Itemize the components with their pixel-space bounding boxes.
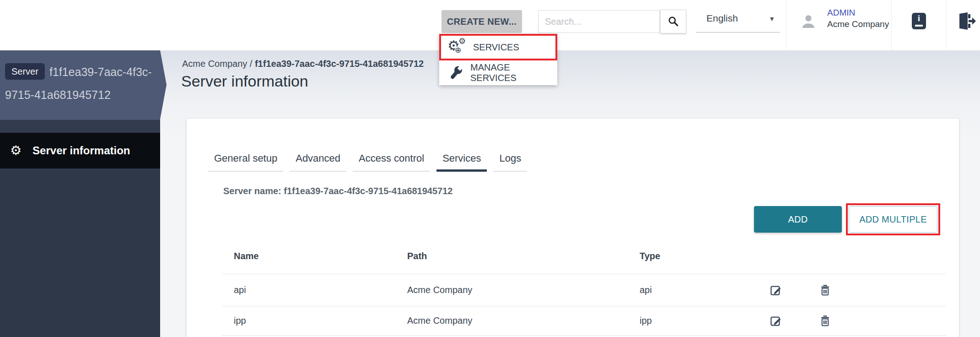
- sidebar-item-server-information[interactable]: ⚙ Server information: [0, 133, 160, 168]
- table-row: ipp Acme Company ipp: [222, 306, 946, 336]
- sidebar-item-label: Server information: [32, 144, 130, 157]
- main-content: Acme Company / f1f1ea39-7aac-4f3c-9715-4…: [160, 50, 980, 337]
- add-button[interactable]: ADD: [754, 206, 842, 233]
- server-name-label: Server name: f1f1ea39-7aac-4f3c-9715-41a…: [223, 186, 452, 196]
- edit-icon: [770, 315, 782, 327]
- delete-button[interactable]: [793, 284, 857, 296]
- delete-button[interactable]: [793, 315, 857, 327]
- page-title: Server information: [181, 72, 308, 90]
- wrench-icon: [445, 62, 467, 84]
- tab-advanced[interactable]: Advanced: [290, 152, 346, 172]
- search-input[interactable]: [538, 10, 660, 33]
- create-new-button[interactable]: CREATE NEW...: [442, 10, 522, 33]
- dropdown-item-label: MANAGE SERVICES: [470, 62, 557, 83]
- table-header-row: Name Path Type: [222, 238, 946, 274]
- tab-access-control[interactable]: Access control: [353, 152, 430, 172]
- language-selector[interactable]: English ▼: [696, 0, 780, 50]
- breadcrumb: Acme Company / f1f1ea39-7aac-4f3c-9715-4…: [182, 59, 424, 69]
- chevron-down-icon: ▼: [769, 15, 775, 22]
- sidebar-server-header: Serverf1f1ea39-7aac-4f3c-9715-41a6819457…: [0, 50, 167, 119]
- breadcrumb-current: f1f1ea39-7aac-4f3c-9715-41a681945712: [255, 59, 424, 69]
- breadcrumb-parent[interactable]: Acme Company: [182, 59, 247, 69]
- gear-icon: ⚙: [10, 144, 22, 157]
- info-manual-icon[interactable]: i: [912, 13, 926, 29]
- sidebar: Serverf1f1ea39-7aac-4f3c-9715-41a6819457…: [0, 50, 160, 337]
- cell-name: api: [222, 285, 395, 295]
- language-underline: [696, 32, 780, 33]
- breadcrumb-separator: /: [247, 59, 255, 69]
- tab-logs[interactable]: Logs: [493, 152, 527, 172]
- user-menu[interactable]: ADMIN Acme Company: [792, 0, 891, 50]
- add-multiple-button[interactable]: ADD MULTIPLE: [849, 206, 937, 233]
- person-icon: [799, 12, 818, 31]
- dropdown-item-label: SERVICES: [473, 42, 519, 53]
- column-header-name: Name: [222, 251, 395, 261]
- logout-icon[interactable]: [956, 12, 976, 30]
- column-header-path: Path: [395, 251, 628, 261]
- cell-path: Acme Company: [395, 315, 628, 326]
- trash-icon: [819, 315, 831, 327]
- cell-type: api: [628, 285, 758, 295]
- gears-plus-icon: ⚙ ⚙ ⊕: [448, 39, 467, 55]
- tab-services[interactable]: Services: [436, 152, 487, 172]
- language-selected-label: English: [706, 13, 738, 24]
- create-new-dropdown: ⚙ ⚙ ⊕ SERVICES MANAGE SERVICES: [439, 34, 557, 85]
- table-row: api Acme Company api: [222, 274, 946, 306]
- edit-button[interactable]: [758, 284, 793, 296]
- top-bar: CREATE NEW... ⚙ ⚙ ⊕ SERVICES MANAGE SERV…: [0, 0, 980, 50]
- tab-general-setup[interactable]: General setup: [208, 152, 283, 172]
- server-card: General setup Advanced Access control Se…: [187, 119, 959, 337]
- cell-path: Acme Company: [395, 285, 628, 295]
- sidebar-separator: [0, 119, 160, 133]
- services-table: Name Path Type api Acme Company api: [222, 238, 946, 336]
- search-button[interactable]: [660, 10, 686, 33]
- user-company: Acme Company: [827, 19, 889, 29]
- topbar-divider: [891, 0, 892, 50]
- topbar-divider: [786, 0, 786, 50]
- server-badge: Server: [5, 63, 45, 80]
- column-header-type: Type: [628, 251, 758, 261]
- edit-icon: [770, 284, 782, 296]
- topbar-divider: [946, 0, 947, 50]
- edit-button[interactable]: [758, 315, 793, 327]
- user-name: ADMIN: [827, 8, 855, 18]
- dropdown-item-manage-services[interactable]: MANAGE SERVICES: [439, 60, 557, 85]
- cell-name: ipp: [222, 315, 395, 326]
- dropdown-item-services[interactable]: ⚙ ⚙ ⊕ SERVICES: [439, 34, 557, 60]
- trash-icon: [819, 284, 831, 296]
- cell-type: ipp: [628, 315, 758, 326]
- search-icon: [668, 16, 679, 27]
- tab-bar: General setup Advanced Access control Se…: [208, 152, 533, 172]
